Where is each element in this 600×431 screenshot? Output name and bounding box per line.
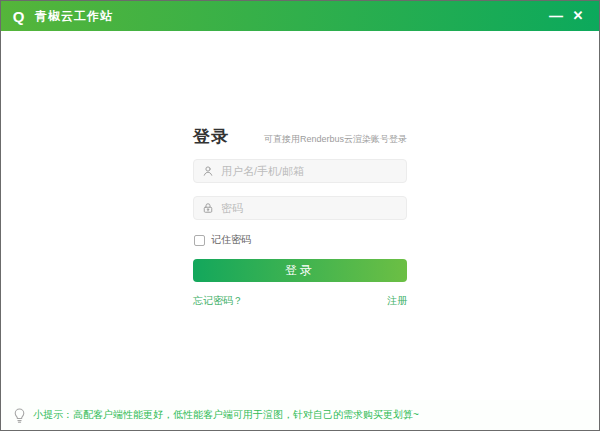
footer-tip-text: 小提示：高配客户端性能更好，低性能客户端可用于渲图，针对自己的需求购买更划算~ [33, 408, 419, 422]
login-form: 登录 可直接用Renderbus云渲染账号登录 [193, 31, 407, 308]
lock-icon [202, 202, 214, 214]
password-input[interactable] [221, 202, 398, 214]
login-heading: 登录 [193, 125, 229, 148]
password-input-wrap [193, 196, 407, 220]
lightbulb-icon [13, 408, 26, 423]
minimize-button[interactable]: — [545, 5, 567, 27]
window-controls: — ✕ [545, 5, 589, 27]
remember-password-row: 记住密码 [194, 233, 407, 247]
title-bar: Q 青椒云工作站 — ✕ [1, 1, 599, 31]
window-title: 青椒云工作站 [35, 8, 113, 25]
close-button[interactable]: ✕ [567, 5, 589, 27]
user-icon [202, 165, 214, 177]
forgot-password-link[interactable]: 忘记密码？ [193, 294, 243, 308]
app-window: Q 青椒云工作站 — ✕ 登录 可直接用Renderbus云渲染账号登录 [0, 0, 600, 431]
remember-password-label: 记住密码 [211, 233, 251, 247]
login-form-header: 登录 可直接用Renderbus云渲染账号登录 [193, 125, 407, 148]
app-logo-icon: Q [10, 8, 27, 25]
register-link[interactable]: 注册 [387, 294, 407, 308]
remember-password-checkbox[interactable] [194, 235, 205, 246]
footer-tip-bar: 小提示：高配客户端性能更好，低性能客户端可用于渲图，针对自己的需求购买更划算~ [1, 400, 599, 430]
username-input-wrap [193, 159, 407, 183]
login-subtitle: 可直接用Renderbus云渲染账号登录 [264, 133, 407, 148]
username-input[interactable] [221, 165, 398, 177]
main-content: 登录 可直接用Renderbus云渲染账号登录 [1, 31, 599, 400]
login-button[interactable]: 登录 [193, 259, 407, 282]
login-links-row: 忘记密码？ 注册 [193, 294, 407, 308]
